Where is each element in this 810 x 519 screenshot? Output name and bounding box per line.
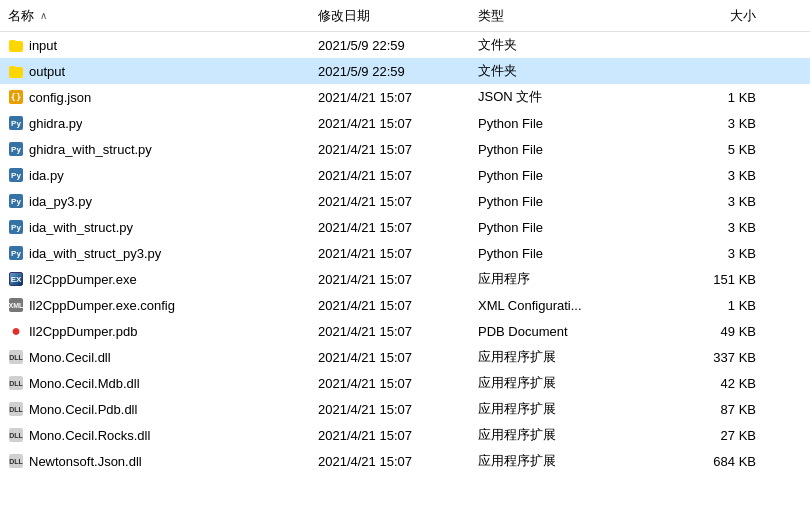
file-date: 2021/4/21 15:07 xyxy=(318,246,478,261)
file-name: Mono.Cecil.dll xyxy=(29,350,111,365)
table-row[interactable]: DLLMono.Cecil.Rocks.dll2021/4/21 15:07应用… xyxy=(0,422,810,448)
column-header: 名称 ∧ 修改日期 类型 大小 xyxy=(0,0,810,32)
file-size: 1 KB xyxy=(668,298,768,313)
file-size: 5 KB xyxy=(668,142,768,157)
file-name-cell: Pyghidra_with_struct.py xyxy=(8,141,318,157)
column-size[interactable]: 大小 xyxy=(668,7,768,25)
python-icon: Py xyxy=(8,141,24,157)
table-row[interactable]: XMLIl2CppDumper.exe.config2021/4/21 15:0… xyxy=(0,292,810,318)
table-row[interactable]: DLLMono.Cecil.dll2021/4/21 15:07应用程序扩展33… xyxy=(0,344,810,370)
folder-icon xyxy=(8,37,24,53)
file-list: input2021/5/9 22:59文件夹output2021/5/9 22:… xyxy=(0,32,810,474)
dll-icon: DLL xyxy=(8,375,24,391)
file-type: JSON 文件 xyxy=(478,88,668,106)
file-date: 2021/4/21 15:07 xyxy=(318,402,478,417)
file-name: Mono.Cecil.Mdb.dll xyxy=(29,376,140,391)
dll-icon: DLL xyxy=(8,427,24,443)
file-size: 151 KB xyxy=(668,272,768,287)
file-type: 应用程序 xyxy=(478,270,668,288)
column-type[interactable]: 类型 xyxy=(478,7,668,25)
table-row[interactable]: Pyghidra.py2021/4/21 15:07Python File3 K… xyxy=(0,110,810,136)
python-icon: Py xyxy=(8,167,24,183)
json-icon: {} xyxy=(8,89,24,105)
dll-icon: DLL xyxy=(8,401,24,417)
file-date: 2021/4/21 15:07 xyxy=(318,376,478,391)
exe-icon: EX xyxy=(8,271,24,287)
file-name: Il2CppDumper.exe xyxy=(29,272,137,287)
file-size: 1 KB xyxy=(668,90,768,105)
column-date[interactable]: 修改日期 xyxy=(318,7,478,25)
table-row[interactable]: DLLMono.Cecil.Mdb.dll2021/4/21 15:07应用程序… xyxy=(0,370,810,396)
file-size: 3 KB xyxy=(668,246,768,261)
file-name: config.json xyxy=(29,90,91,105)
python-icon: Py xyxy=(8,115,24,131)
column-name[interactable]: 名称 ∧ xyxy=(8,7,318,25)
file-size: 27 KB xyxy=(668,428,768,443)
file-name: ida_with_struct.py xyxy=(29,220,133,235)
file-size: 3 KB xyxy=(668,194,768,209)
file-date: 2021/4/21 15:07 xyxy=(318,194,478,209)
table-row[interactable]: output2021/5/9 22:59文件夹 xyxy=(0,58,810,84)
file-date: 2021/4/21 15:07 xyxy=(318,350,478,365)
file-date: 2021/4/21 15:07 xyxy=(318,168,478,183)
column-name-label: 名称 xyxy=(8,7,34,25)
table-row[interactable]: Pyida_with_struct_py3.py2021/4/21 15:07P… xyxy=(0,240,810,266)
file-name: ida_with_struct_py3.py xyxy=(29,246,161,261)
file-name: Newtonsoft.Json.dll xyxy=(29,454,142,469)
file-name: Il2CppDumper.pdb xyxy=(29,324,137,339)
file-date: 2021/4/21 15:07 xyxy=(318,116,478,131)
sort-arrow-icon: ∧ xyxy=(38,10,48,21)
table-row[interactable]: DLLNewtonsoft.Json.dll2021/4/21 15:07应用程… xyxy=(0,448,810,474)
file-type: 应用程序扩展 xyxy=(478,452,668,470)
file-type: 应用程序扩展 xyxy=(478,400,668,418)
file-name: ghidra.py xyxy=(29,116,82,131)
table-row[interactable]: Pyghidra_with_struct.py2021/4/21 15:07Py… xyxy=(0,136,810,162)
file-name-cell: XMLIl2CppDumper.exe.config xyxy=(8,297,318,313)
file-name-cell: DLLNewtonsoft.Json.dll xyxy=(8,453,318,469)
file-name-cell: DLLMono.Cecil.Rocks.dll xyxy=(8,427,318,443)
file-name-cell: Pyida_py3.py xyxy=(8,193,318,209)
file-type: PDB Document xyxy=(478,324,668,339)
table-row[interactable]: ●Il2CppDumper.pdb2021/4/21 15:07PDB Docu… xyxy=(0,318,810,344)
file-name-cell: Pyida_with_struct.py xyxy=(8,219,318,235)
file-type: Python File xyxy=(478,116,668,131)
file-name-cell: Pyida.py xyxy=(8,167,318,183)
file-name: ida.py xyxy=(29,168,64,183)
table-row[interactable]: EXIl2CppDumper.exe2021/4/21 15:07应用程序151… xyxy=(0,266,810,292)
file-size: 337 KB xyxy=(668,350,768,365)
file-size: 3 KB xyxy=(668,116,768,131)
file-name-cell: input xyxy=(8,37,318,53)
python-icon: Py xyxy=(8,193,24,209)
file-date: 2021/4/21 15:07 xyxy=(318,90,478,105)
file-type: 应用程序扩展 xyxy=(478,348,668,366)
file-date: 2021/4/21 15:07 xyxy=(318,454,478,469)
file-date: 2021/5/9 22:59 xyxy=(318,38,478,53)
file-name-cell: {}config.json xyxy=(8,89,318,105)
table-row[interactable]: Pyida_py3.py2021/4/21 15:07Python File3 … xyxy=(0,188,810,214)
file-size: 684 KB xyxy=(668,454,768,469)
file-name-cell: Pyghidra.py xyxy=(8,115,318,131)
file-name: Mono.Cecil.Pdb.dll xyxy=(29,402,137,417)
file-name-cell: output xyxy=(8,63,318,79)
file-name: ida_py3.py xyxy=(29,194,92,209)
python-icon: Py xyxy=(8,219,24,235)
table-row[interactable]: {}config.json2021/4/21 15:07JSON 文件1 KB xyxy=(0,84,810,110)
file-name-cell: DLLMono.Cecil.Mdb.dll xyxy=(8,375,318,391)
file-name: ghidra_with_struct.py xyxy=(29,142,152,157)
file-name: Il2CppDumper.exe.config xyxy=(29,298,175,313)
pdb-icon: ● xyxy=(8,323,24,339)
file-name-cell: EXIl2CppDumper.exe xyxy=(8,271,318,287)
folder-icon xyxy=(8,63,24,79)
file-date: 2021/4/21 15:07 xyxy=(318,324,478,339)
file-date: 2021/4/21 15:07 xyxy=(318,298,478,313)
table-row[interactable]: Pyida_with_struct.py2021/4/21 15:07Pytho… xyxy=(0,214,810,240)
table-row[interactable]: Pyida.py2021/4/21 15:07Python File3 KB xyxy=(0,162,810,188)
file-date: 2021/4/21 15:07 xyxy=(318,428,478,443)
dll-icon: DLL xyxy=(8,453,24,469)
table-row[interactable]: DLLMono.Cecil.Pdb.dll2021/4/21 15:07应用程序… xyxy=(0,396,810,422)
file-type: XML Configurati... xyxy=(478,298,668,313)
table-row[interactable]: input2021/5/9 22:59文件夹 xyxy=(0,32,810,58)
file-date: 2021/4/21 15:07 xyxy=(318,272,478,287)
file-date: 2021/4/21 15:07 xyxy=(318,220,478,235)
file-name-cell: ●Il2CppDumper.pdb xyxy=(8,323,318,339)
